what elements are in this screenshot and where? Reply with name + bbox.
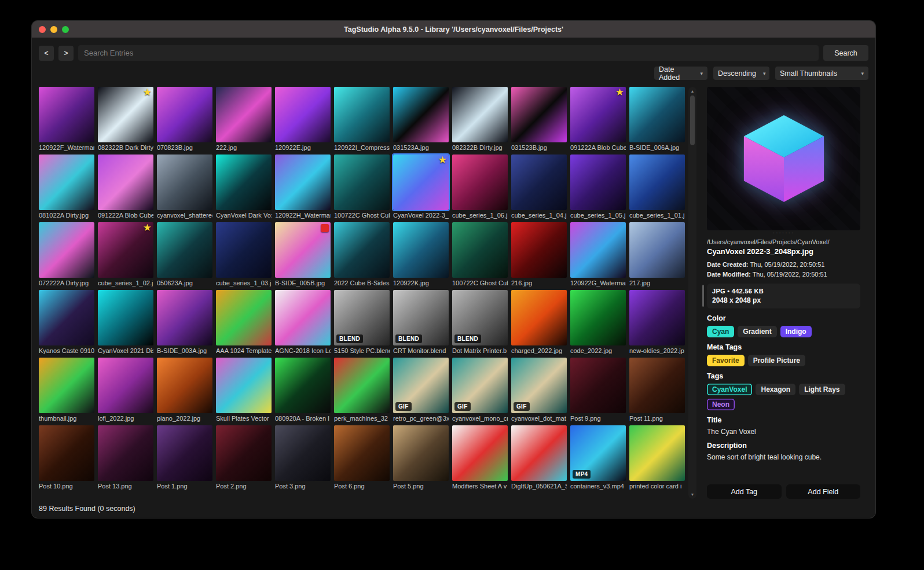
grid-item[interactable]: 120922F_Watermark bbox=[39, 87, 94, 151]
panel-scrollbar[interactable] bbox=[702, 285, 704, 307]
grid-item[interactable]: AGNC-2018 Icon Lo bbox=[275, 290, 331, 354]
thumbnail-image[interactable] bbox=[570, 155, 626, 210]
titlebar[interactable]: TagStudio Alpha 9.5.0 - Library '/Users/… bbox=[32, 21, 875, 38]
grid-item[interactable]: cyanvoxel_shattered bbox=[157, 155, 212, 219]
thumbnail-image[interactable] bbox=[629, 87, 685, 142]
thumbnail-image[interactable] bbox=[157, 87, 212, 142]
tag-pill[interactable]: Profile Picture bbox=[748, 355, 805, 366]
thumbnail-image[interactable] bbox=[216, 222, 272, 278]
thumbnail-image[interactable] bbox=[39, 155, 94, 210]
thumbnail-image[interactable] bbox=[334, 425, 390, 481]
thumbnail-image[interactable] bbox=[275, 290, 331, 345]
close-window-button[interactable] bbox=[39, 26, 46, 33]
thumbnail-image[interactable] bbox=[98, 425, 153, 481]
grid-item[interactable]: BLENDDot Matrix Printer.b bbox=[452, 290, 508, 354]
thumbnail-image[interactable] bbox=[452, 87, 508, 142]
grid-item[interactable]: 100722C Ghost Cub bbox=[452, 222, 508, 286]
grid-item[interactable]: cube_series_1_06.j bbox=[452, 155, 508, 219]
tag-pill[interactable]: Gradient bbox=[738, 326, 776, 337]
thumbnail-image[interactable] bbox=[393, 222, 449, 278]
thumbnail-image[interactable] bbox=[216, 425, 272, 481]
tag-pill[interactable]: Indigo bbox=[780, 326, 812, 337]
grid-item[interactable]: MP4containers_v3.mp4 bbox=[570, 425, 626, 490]
grid-item[interactable]: 120922H_Watermark bbox=[275, 155, 331, 219]
thumbnail-image[interactable] bbox=[39, 425, 94, 481]
grid-item[interactable]: GIFcyanvoxel_mono_cr bbox=[452, 358, 508, 422]
grid-item[interactable]: new-oldies_2022.jp bbox=[629, 290, 685, 354]
thumbnail-image[interactable] bbox=[629, 358, 685, 413]
scroll-up-icon[interactable]: ▲ bbox=[691, 89, 695, 94]
thumbnail-image[interactable]: GIF bbox=[393, 358, 449, 413]
thumbnail-image[interactable] bbox=[157, 222, 212, 278]
grid-item[interactable]: 031523A.jpg bbox=[393, 87, 449, 151]
grid-item[interactable]: cube_series_1_01.j bbox=[629, 155, 685, 219]
thumbnail-image[interactable] bbox=[511, 290, 567, 345]
grid-item[interactable]: 2022 Cube B-Sides bbox=[334, 222, 390, 286]
grid-item[interactable]: 091222A Blob Cube bbox=[98, 155, 153, 219]
thumbnail-image[interactable] bbox=[452, 425, 508, 481]
search-button[interactable]: Search bbox=[823, 45, 868, 61]
grid-item[interactable]: 120922I_Compressed bbox=[334, 87, 390, 151]
grid-item[interactable]: 120922G_Watermark bbox=[570, 222, 626, 286]
grid-item[interactable]: 082322B Dirty.jpg bbox=[452, 87, 508, 151]
thumbnail-image[interactable]: GIF bbox=[452, 358, 508, 413]
grid-item[interactable]: Kyanos Caste 0910 bbox=[39, 290, 94, 354]
thumbnail-image[interactable] bbox=[629, 425, 685, 481]
grid-item[interactable]: Post 9.png bbox=[570, 358, 626, 422]
thumbnail-image[interactable] bbox=[511, 222, 567, 278]
thumbnail-image[interactable] bbox=[275, 222, 331, 278]
add-tag-button[interactable]: Add Tag bbox=[707, 484, 782, 499]
thumbnail-image[interactable] bbox=[393, 425, 449, 481]
grid-item[interactable]: thumbnail.jpg bbox=[39, 358, 94, 422]
grid-item[interactable]: cube_series_1_04.j bbox=[511, 155, 567, 219]
thumbnail-image[interactable] bbox=[157, 358, 212, 413]
grid-item[interactable]: 080920A - Broken I bbox=[275, 358, 331, 422]
grid-item[interactable]: Post 2.png bbox=[216, 425, 272, 490]
grid-item[interactable]: ★082322B Dark Dirty bbox=[98, 87, 153, 151]
thumbnail-size-dropdown[interactable]: Small Thumbnails ▾ bbox=[775, 67, 868, 80]
thumbnail-image[interactable] bbox=[393, 87, 449, 142]
thumbnail-image[interactable]: ★ bbox=[98, 222, 153, 278]
grid-item[interactable]: B-SIDE_006A.jpg bbox=[629, 87, 685, 151]
thumbnail-image[interactable] bbox=[334, 222, 390, 278]
tag-pill[interactable]: Cyan bbox=[707, 326, 734, 337]
back-button[interactable]: < bbox=[39, 46, 54, 61]
grid-item[interactable]: Post 1.png bbox=[157, 425, 212, 490]
grid-item[interactable]: DigItUp_050621A_S bbox=[511, 425, 567, 490]
zoom-window-button[interactable] bbox=[62, 26, 69, 33]
grid-item[interactable]: 120922E.jpg bbox=[275, 87, 331, 151]
thumbnail-image[interactable] bbox=[452, 222, 508, 278]
thumbnail-image[interactable] bbox=[275, 155, 331, 210]
thumbnail-image[interactable] bbox=[334, 358, 390, 413]
thumbnail-image[interactable] bbox=[275, 425, 331, 481]
grid-item[interactable]: CyanVoxel 2021 Dis bbox=[98, 290, 153, 354]
thumbnail-image[interactable] bbox=[216, 358, 272, 413]
grid-item[interactable]: ★091222A Blob Cube bbox=[570, 87, 626, 151]
thumbnail-image[interactable] bbox=[39, 87, 94, 142]
grid-item[interactable]: B-SIDE_003A.jpg bbox=[157, 290, 212, 354]
thumbnail-image[interactable] bbox=[216, 290, 272, 345]
thumbnail-image[interactable] bbox=[334, 155, 390, 210]
thumbnail-image[interactable] bbox=[570, 290, 626, 345]
thumbnail-image[interactable] bbox=[511, 155, 567, 210]
grid-item[interactable]: Post 5.png bbox=[393, 425, 449, 490]
sort-direction-dropdown[interactable]: Descending ▾ bbox=[713, 67, 769, 80]
grid-item[interactable]: 070823B.jpg bbox=[157, 87, 212, 151]
thumbnail-image[interactable] bbox=[98, 290, 153, 345]
thumbnail-image[interactable] bbox=[570, 222, 626, 278]
sort-field-dropdown[interactable]: Date Added ▾ bbox=[654, 67, 707, 80]
grid-item[interactable]: 100722C Ghost Cub bbox=[334, 155, 390, 219]
thumbnail-image[interactable] bbox=[334, 87, 390, 142]
grid-item[interactable]: piano_2022.jpg bbox=[157, 358, 212, 422]
grid-item[interactable]: BLEND5150 Style PC.blend bbox=[334, 290, 390, 354]
forward-button[interactable]: > bbox=[58, 46, 74, 61]
thumbnail-image[interactable]: ★ bbox=[98, 87, 153, 142]
thumbnail-image[interactable]: ★ bbox=[393, 155, 449, 210]
grid-item[interactable]: ★cube_series_1_02.j bbox=[98, 222, 153, 286]
grid-item[interactable]: ★CyanVoxel 2022-3_ bbox=[393, 155, 449, 219]
thumbnail-image[interactable] bbox=[98, 155, 153, 210]
thumbnail-image[interactable] bbox=[629, 222, 685, 278]
scroll-down-icon[interactable]: ▼ bbox=[691, 492, 695, 497]
grid-item[interactable]: 050623A.jpg bbox=[157, 222, 212, 286]
minimize-window-button[interactable] bbox=[50, 26, 57, 33]
